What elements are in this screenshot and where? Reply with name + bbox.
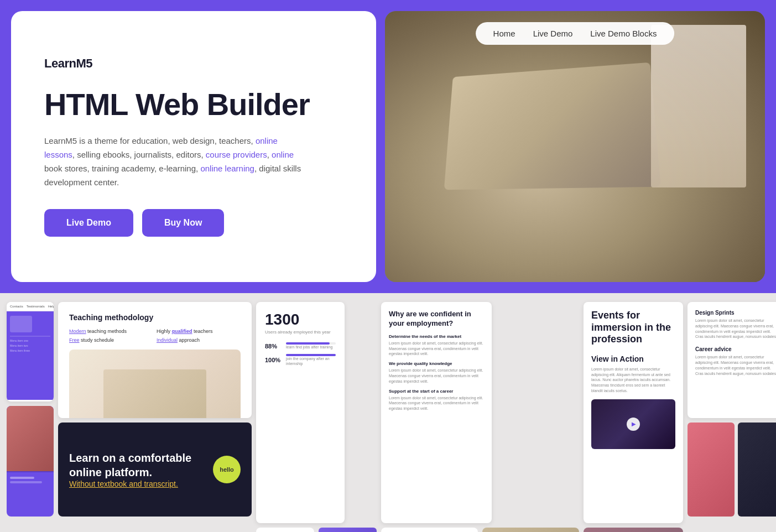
events-inner: Events for immersion in the profession V…	[584, 302, 683, 457]
learn-sub-text: Without textbook and transcript.	[69, 479, 213, 488]
design-section-1: Design Sprints Lorem ipsum dolor sit ame…	[695, 310, 776, 340]
preview-sidebar-card-2	[7, 406, 54, 517]
design-title-2: Career advice	[695, 346, 776, 352]
laptop-visual	[385, 11, 765, 282]
sidebar-nav-strip: Contacts Testimonials Help	[7, 302, 54, 311]
design-section-2: Career advice Lorem ipsum dolor sit amet…	[695, 346, 776, 376]
why-inner: Why are we confident in your employment?…	[381, 302, 492, 424]
sidebar-bar-1	[10, 477, 34, 479]
sidebar-image-thumb	[10, 316, 32, 332]
why-s1-title: Determine the needs of the market	[389, 334, 484, 339]
preview-strip: Contacts Testimonials Help Menu item one…	[0, 293, 776, 532]
stat-number: 1300	[265, 311, 336, 328]
events-title: Events for immersion in the profession	[591, 310, 675, 346]
hero-desc-highlight-4: online learning	[200, 164, 254, 173]
methodology-grid: Modern teaching methods Highly qualified…	[69, 328, 241, 343]
method-4-suffix: approach	[178, 337, 200, 343]
nav-bar: Home Live Demo Live Demo Blocks	[476, 22, 675, 45]
learn-text-container: Learn on a comfortable online platform. …	[69, 451, 213, 488]
small-img-purple	[319, 528, 377, 532]
why-section-1: Determine the needs of the market Lorem …	[389, 334, 484, 357]
stat-row-2: 100% join the company after an internshi…	[265, 354, 336, 366]
hero-desc-highlight-2: course providers	[206, 150, 267, 159]
nav-live-demo-blocks[interactable]: Live Demo Blocks	[590, 29, 657, 38]
view-action-image	[591, 399, 675, 449]
nav-home[interactable]: Home	[493, 29, 515, 38]
hero-desc-text-2: , selling ebooks, journalists, editors,	[72, 150, 206, 159]
sidebar-nav-help: Help	[48, 305, 54, 308]
view-action-title: View in Action	[591, 354, 675, 363]
view-action-text: Lorem ipsum dolor sit amet, consectetur …	[591, 367, 675, 394]
why-s2-text: Lorem ipsum dolor sit amet, consectetur …	[389, 368, 484, 384]
buy-now-button[interactable]: Buy Now	[142, 209, 224, 237]
sidebar-img-content	[7, 472, 54, 488]
stat-row-1: 88% learn find jobs after training	[265, 342, 336, 350]
why-s1-text: Lorem ipsum dolor sit amet, consectetur …	[389, 341, 484, 357]
laptop-small-card	[482, 528, 579, 532]
method-4-label: Individual	[157, 337, 178, 343]
design-card: Design Sprints Lorem ipsum dolor sit ame…	[688, 302, 776, 418]
design-title-1: Design Sprints	[695, 310, 776, 316]
small-img-pink	[688, 423, 735, 517]
small-images-col	[319, 528, 377, 532]
method-4: Individual approach	[157, 337, 241, 343]
design-text-1: Lorem ipsum dolor sit amet, consectetur …	[695, 318, 776, 340]
stats-inner: 1300 Users already employed this year 88…	[256, 302, 345, 379]
method-1-suffix: teaching methods	[86, 328, 127, 334]
preview-why-col: Why are we confident in your employment?…	[381, 302, 579, 532]
design-inner: Design Sprints Lorem ipsum dolor sit ame…	[688, 302, 776, 390]
events-bottom-image	[584, 528, 683, 532]
stat-label: Users already employed this year	[265, 330, 336, 335]
play-button[interactable]	[627, 418, 640, 431]
method-3: Free study schedule	[69, 337, 153, 343]
sidebar-img-placeholder	[7, 406, 54, 472]
stat-desc-2: join the company after an internship	[286, 356, 336, 366]
stat-percent-2: 100%	[265, 357, 283, 363]
hero-desc-text-4: book stores, training academy, e-learnin…	[44, 164, 200, 173]
view-action-image-container	[591, 399, 675, 449]
why-card: Why are we confident in your employment?…	[381, 302, 492, 523]
teaching-title: Teaching methodology	[69, 313, 241, 322]
teaching-card: Teaching methodology Modern teaching met…	[58, 302, 252, 418]
sidebar-text-3: Menu item three	[10, 349, 50, 352]
method-3-suffix: study schedule	[80, 337, 114, 343]
knowledge-row: Knowledge is the best gift! Lorem ipsum …	[381, 528, 579, 532]
live-demo-button[interactable]: Live Demo	[44, 209, 133, 237]
hero-buttons: Live Demo Buy Now	[44, 209, 343, 237]
why-s3-title: Support at the start of a career	[389, 389, 484, 394]
hero-description: LearnM5 is a theme for education, web de…	[44, 134, 310, 189]
teaching-card-inner: Teaching methodology Modern teaching met…	[58, 302, 252, 418]
stat-bar-container-2: join the company after an internship	[286, 354, 336, 366]
sidebar-nav-testimonials: Testimonials	[27, 305, 45, 308]
method-2-suffix: teachers	[192, 328, 213, 334]
sidebar-divider	[10, 336, 50, 337]
sidebar-text-2: Menu item two	[10, 344, 50, 347]
preview-sidebar-col: Contacts Testimonials Help Menu item one…	[7, 302, 54, 517]
sidebar-purple: Menu item one Menu item two Menu item th…	[7, 311, 54, 400]
level-row: Level 3 ✏️ 6 results Lorem ipsum dolor s…	[256, 528, 377, 532]
why-section-3: Support at the start of a career Lorem i…	[389, 389, 484, 411]
method-2: Highly qualified teachers	[157, 328, 241, 334]
hero-title: HTML Web Builder	[44, 87, 343, 122]
method-3-label: Free	[69, 337, 80, 343]
hero-left-card: LearnM5 HTML Web Builder LearnM5 is a th…	[11, 11, 376, 282]
stat-percent-1: 88%	[265, 343, 283, 350]
preview-stats-col: 1300 Users already employed this year 88…	[256, 302, 377, 532]
preview-sidebar-card: Contacts Testimonials Help Menu item one…	[7, 302, 54, 401]
why-section-2: We provide quality knowledge Lorem ipsum…	[389, 361, 484, 384]
method-2-prefix: Highly	[157, 328, 172, 334]
hero-desc-highlight-3: online	[272, 150, 294, 159]
preview-events-col: Events for immersion in the profession V…	[584, 302, 683, 532]
stats-card: 1300 Users already employed this year 88…	[256, 302, 345, 523]
hero-image	[385, 11, 765, 282]
events-card: Events for immersion in the profession V…	[584, 302, 683, 523]
nav-live-demo[interactable]: Live Demo	[533, 29, 573, 38]
stat-bar-container-1: learn find jobs after training	[286, 342, 336, 350]
design-text-2: Lorem ipsum dolor sit amet, consectetur …	[695, 354, 776, 376]
method-2-highlight: qualified	[172, 328, 192, 334]
preview-design-col: Design Sprints Lorem ipsum dolor sit ame…	[688, 302, 776, 517]
hero-desc-text: LearnM5 is a theme for education, web de…	[44, 136, 256, 145]
why-s2-title: We provide quality knowledge	[389, 361, 484, 366]
sidebar-nav-contacts: Contacts	[10, 305, 23, 308]
why-s3-text: Lorem ipsum dolor sit amet, consectetur …	[389, 395, 484, 411]
